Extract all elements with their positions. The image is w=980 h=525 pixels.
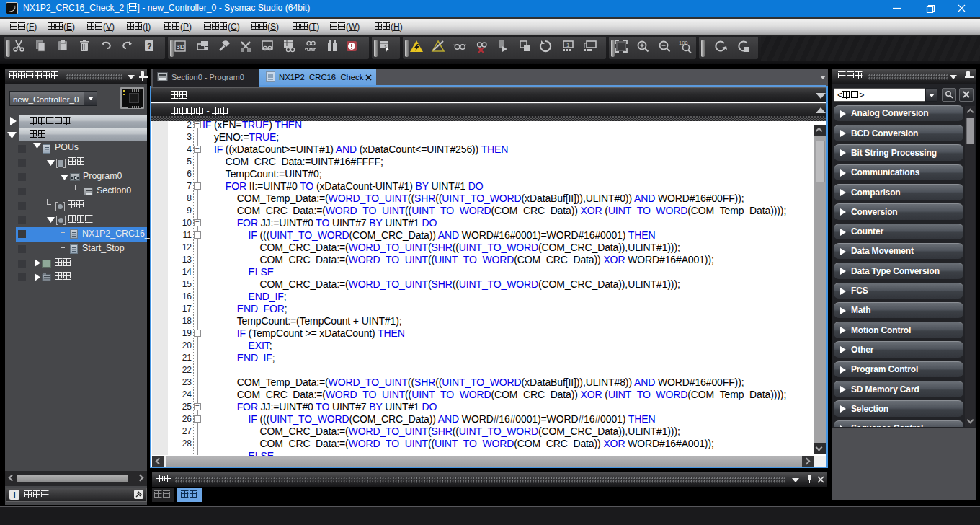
- svg-text:?: ?: [147, 42, 152, 50]
- svg-text:1: 1: [566, 42, 570, 48]
- svg-text:3D: 3D: [177, 43, 185, 50]
